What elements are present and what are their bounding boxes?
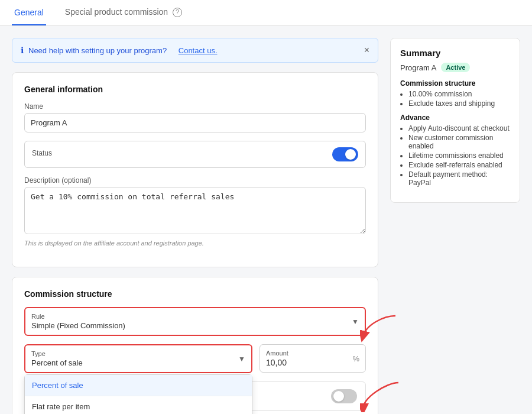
banner-close-button[interactable]: ×	[364, 46, 369, 55]
summary-advance-item-2: New customer commission enabled	[408, 134, 510, 150]
status-row: Status	[24, 141, 366, 168]
general-information-title: General information	[24, 85, 366, 94]
type-value: Percent of sale	[31, 358, 83, 367]
description-label: Description (optional)	[24, 176, 366, 185]
rule-field-container: Rule Simple (Fixed Commission) ▼	[24, 307, 366, 336]
info-icon: ℹ	[21, 46, 24, 55]
summary-program-name: Program A	[400, 63, 436, 72]
name-input[interactable]	[24, 113, 366, 132]
name-field-group: Name	[24, 102, 366, 132]
summary-advance-item-1: Apply Auto-discount at checkout	[408, 124, 510, 132]
banner-text: Need help with setting up your program?	[28, 46, 167, 55]
summary-advance-item-5: Default payment method: PayPal	[408, 170, 510, 187]
summary-commission-item-1: 10.00% commission	[408, 90, 510, 98]
contact-us-link[interactable]: Contact us.	[179, 46, 218, 55]
info-banner: ℹ Need help with setting up your program…	[12, 38, 378, 63]
summary-title: Summary	[400, 48, 510, 58]
type-dropdown-arrow: ▼	[238, 355, 245, 363]
help-icon[interactable]: ?	[173, 8, 182, 17]
exclude-toggle[interactable]	[331, 389, 357, 403]
commission-structure-card: Commission structure Rule Simple (Fixed …	[12, 277, 378, 414]
active-badge: Active	[441, 63, 470, 72]
exclude-toggle-knob	[333, 391, 344, 402]
summary-commission-item-2: Exclude taxes and shipping	[408, 99, 510, 108]
summary-advance-title: Advance	[400, 114, 510, 122]
main-content: ℹ Need help with setting up your program…	[0, 26, 532, 414]
status-toggle[interactable]	[332, 147, 358, 161]
type-dropdown[interactable]: Type Percent of sale ▼	[24, 344, 252, 373]
amount-value[interactable]: 10,00	[266, 358, 287, 367]
amount-field: Amount 10,00 %	[259, 344, 366, 373]
percent-sign: %	[352, 354, 359, 363]
summary-card: Summary Program A Active Commission stru…	[390, 38, 520, 203]
type-option-flat-rate-item[interactable]: Flat rate per item	[25, 396, 252, 414]
description-field-group: Description (optional) Get a 10% commiss…	[24, 176, 366, 247]
name-label: Name	[24, 102, 366, 111]
toggle-knob	[345, 149, 356, 160]
left-column: ℹ Need help with setting up your program…	[12, 38, 378, 414]
type-option-percent-of-sale[interactable]: Percent of sale	[25, 375, 252, 396]
rule-value: Simple (Fixed Commission)	[31, 321, 125, 330]
type-amount-row: Type Percent of sale ▼ Percent of sale F…	[24, 344, 366, 373]
summary-commission-list: 10.00% commission Exclude taxes and ship…	[408, 90, 510, 108]
tabs-bar: General Special product commission ?	[0, 0, 532, 26]
general-information-card: General information Name Status Descript…	[12, 72, 378, 267]
rule-dropdown-arrow: ▼	[352, 318, 359, 326]
type-annotation-arrow	[360, 380, 404, 412]
rule-dropdown[interactable]: Rule Simple (Fixed Commission) ▼	[24, 307, 366, 336]
type-field-wrap: Type Percent of sale ▼ Percent of sale F…	[24, 344, 252, 373]
amount-field-wrap: Amount 10,00 %	[259, 344, 366, 373]
rule-annotation-arrow	[360, 313, 401, 342]
type-dropdown-menu: Percent of sale Flat rate per item Flat …	[24, 374, 252, 414]
amount-label: Amount	[266, 350, 288, 357]
tab-special-product-commission[interactable]: Special product commission ?	[63, 0, 184, 25]
right-column: Summary Program A Active Commission stru…	[390, 38, 520, 203]
summary-advance-item-3: Lifetime commissions enabled	[408, 151, 510, 160]
summary-commission-structure-title: Commission structure	[400, 79, 510, 88]
commission-structure-title: Commission structure	[24, 289, 366, 299]
summary-program-row: Program A Active	[400, 63, 510, 72]
tab-general[interactable]: General	[12, 1, 46, 25]
status-label: Status	[32, 149, 52, 157]
description-hint: This is displayed on the affiliate accou…	[24, 240, 366, 247]
type-label: Type	[31, 350, 83, 357]
summary-advance-item-4: Exclude self-referrals enabled	[408, 161, 510, 169]
rule-label: Rule	[31, 313, 125, 320]
type-amount-container: Type Percent of sale ▼ Percent of sale F…	[24, 344, 366, 373]
description-textarea[interactable]: Get a 10% commission on total referral s…	[24, 187, 366, 234]
summary-advance-list: Apply Auto-discount at checkout New cust…	[408, 124, 510, 187]
